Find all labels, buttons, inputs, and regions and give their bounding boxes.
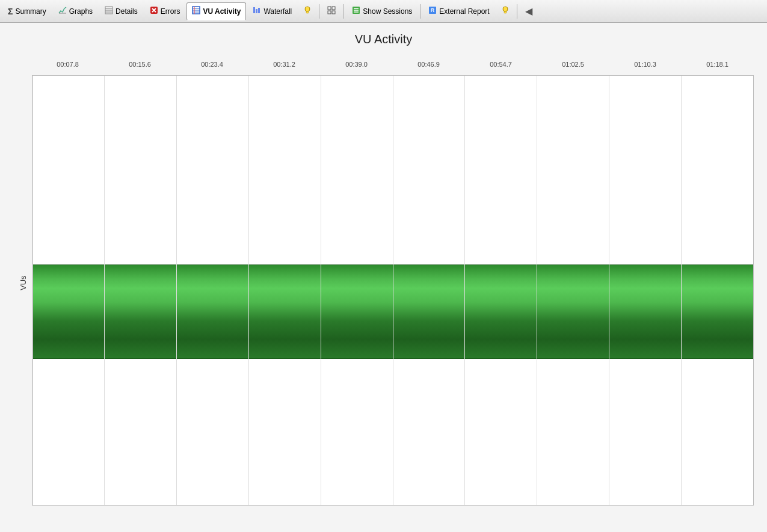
svg-rect-21 — [332, 11, 335, 14]
tab-waterfall-label: Waterfall — [263, 7, 292, 16]
waterfall-icon — [253, 6, 261, 16]
separator2 — [343, 4, 344, 19]
svg-point-16 — [305, 7, 310, 11]
back-arrow-icon: ◀ — [525, 5, 532, 17]
tab-details-label: Details — [116, 7, 138, 16]
svg-rect-17 — [306, 11, 309, 13]
time-label-2: 00:23.4 — [176, 61, 248, 73]
grid-line-0 — [32, 76, 33, 505]
tab-summary-label: Summary — [15, 7, 46, 16]
time-label-0: 00:07.8 — [32, 61, 104, 73]
toolbar: Σ Summary Graphs Details — [0, 0, 767, 23]
tab-graphs-label: Graphs — [69, 7, 93, 16]
time-label-9: 01:18.1 — [682, 61, 754, 73]
y-axis-label: VUs — [14, 61, 32, 506]
bulb1-icon — [304, 6, 311, 16]
main-content: VU Activity VUs 00:07.800:15.600:23.400:… — [0, 23, 767, 532]
svg-rect-15 — [258, 8, 260, 13]
chart-plot: 1 2 — [32, 75, 754, 506]
time-label-7: 01:02.5 — [537, 61, 609, 73]
tab-waterfall[interactable]: Waterfall — [247, 2, 297, 20]
details-icon — [105, 6, 113, 16]
grid-line-7 — [537, 76, 537, 505]
grid-line-8 — [609, 76, 609, 505]
svg-text:R: R — [431, 7, 435, 13]
bulb1-button[interactable] — [298, 2, 316, 20]
errors-icon — [150, 6, 158, 16]
separator3 — [420, 4, 420, 19]
svg-rect-18 — [328, 7, 331, 10]
svg-rect-20 — [328, 11, 331, 14]
tab-summary[interactable]: Σ Summary — [2, 2, 52, 20]
svg-rect-19 — [332, 7, 335, 10]
page-title: VU Activity — [355, 32, 413, 46]
vu-icon — [192, 6, 200, 16]
svg-rect-13 — [253, 7, 255, 13]
bulb2-button[interactable] — [496, 2, 514, 20]
tab-vu-activity[interactable]: VU Activity — [186, 2, 246, 20]
time-axis: 00:07.800:15.600:23.400:31.200:39.000:46… — [32, 61, 754, 73]
tab-vu-activity-label: VU Activity — [203, 7, 241, 16]
svg-rect-14 — [256, 9, 257, 13]
external-report-button[interactable]: R External Report — [423, 2, 494, 20]
graph-icon — [58, 6, 67, 16]
time-label-8: 01:10.3 — [609, 61, 682, 73]
external-report-label: External Report — [439, 7, 489, 16]
grid-line-4 — [321, 76, 321, 505]
separator4 — [517, 4, 517, 19]
time-label-4: 00:39.0 — [321, 61, 393, 73]
grid-line-6 — [464, 76, 465, 505]
grid-line-2 — [176, 76, 177, 505]
time-label-3: 00:31.2 — [248, 61, 321, 73]
grid-button[interactable] — [322, 2, 341, 20]
chart-inner: 00:07.800:15.600:23.400:31.200:39.000:46… — [32, 61, 754, 506]
show-sessions-label: Show Sessions — [363, 7, 412, 16]
svg-point-28 — [503, 7, 508, 11]
time-label-5: 00:46.9 — [393, 61, 465, 73]
separator1 — [319, 4, 319, 19]
tab-details[interactable]: Details — [99, 2, 143, 20]
external-report-icon: R — [428, 6, 437, 16]
time-label-1: 00:15.6 — [104, 61, 176, 73]
tab-graphs[interactable]: Graphs — [53, 2, 98, 20]
grid-line-1 — [104, 76, 105, 505]
chart-wrapper: VUs 00:07.800:15.600:23.400:31.200:39.00… — [14, 61, 754, 506]
show-sessions-button[interactable]: Show Sessions — [347, 2, 417, 20]
grid-icon — [327, 6, 336, 16]
tab-errors-label: Errors — [161, 7, 180, 16]
svg-rect-29 — [504, 11, 507, 13]
grid-line-3 — [248, 76, 249, 505]
grid-line-5 — [393, 76, 393, 505]
sigma-icon: Σ — [8, 7, 13, 16]
grid-line-9 — [681, 76, 682, 505]
back-button[interactable]: ◀ — [520, 2, 538, 20]
tab-errors[interactable]: Errors — [144, 2, 186, 20]
time-label-6: 00:54.7 — [465, 61, 537, 73]
bulb2-icon — [502, 6, 509, 16]
sessions-icon — [352, 6, 360, 16]
